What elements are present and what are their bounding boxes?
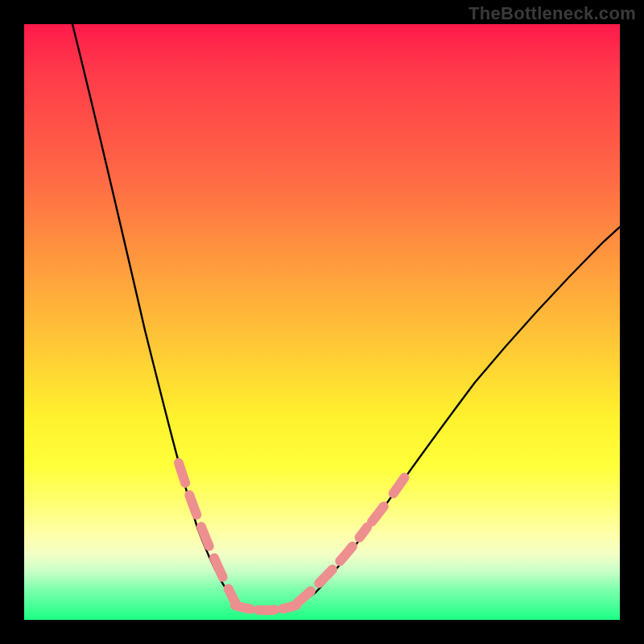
highlight-right xyxy=(296,527,367,604)
chart-frame: TheBottleneck.com xyxy=(0,0,644,644)
highlight-right-upper xyxy=(372,471,409,522)
curve-overlay xyxy=(24,24,620,620)
watermark-label: TheBottleneck.com xyxy=(469,3,636,24)
highlight-left xyxy=(179,463,235,602)
bottleneck-curve xyxy=(72,24,620,613)
plot-area xyxy=(24,24,620,620)
highlight-bottom xyxy=(235,605,296,610)
